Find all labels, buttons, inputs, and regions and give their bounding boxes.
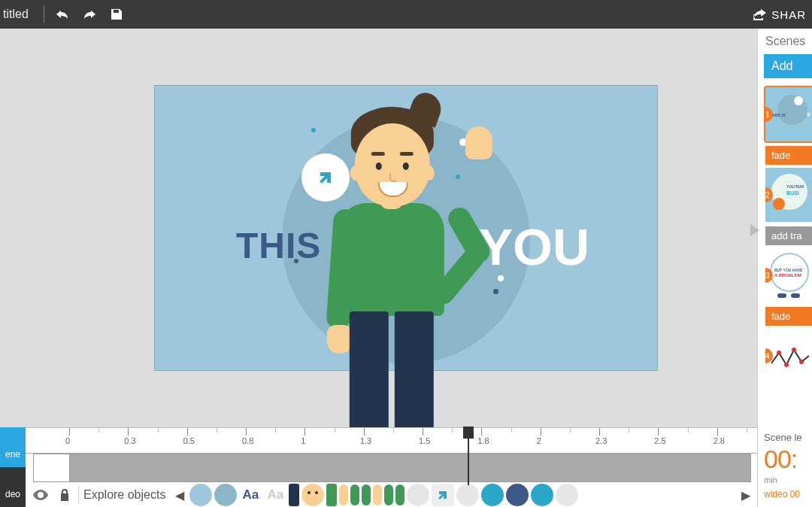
ruler-tick: 0 bbox=[69, 428, 70, 436]
text-object-swatch[interactable]: Aa bbox=[239, 484, 262, 506]
dot-decor bbox=[498, 275, 504, 281]
playhead[interactable] bbox=[463, 427, 474, 439]
undo-icon bbox=[56, 9, 69, 20]
divider bbox=[44, 5, 44, 23]
shape-object-swatch[interactable] bbox=[506, 484, 529, 506]
scene-length-time: 00: bbox=[764, 445, 812, 474]
document-title: titled bbox=[0, 8, 39, 21]
video-tab[interactable]: deo bbox=[0, 467, 26, 507]
character-legs bbox=[348, 311, 435, 427]
top-left-group: titled bbox=[0, 0, 130, 29]
top-bar: titled SHAR bbox=[0, 0, 812, 29]
shape-object-swatch[interactable] bbox=[456, 484, 479, 506]
arrow-object-swatch[interactable] bbox=[432, 484, 454, 506]
scene-thumb-04[interactable]: 04 bbox=[765, 329, 812, 383]
shape-object-swatch[interactable] bbox=[339, 484, 348, 505]
character-head bbox=[355, 123, 430, 206]
panel-collapse-handle[interactable] bbox=[750, 224, 759, 236]
chart-icon bbox=[770, 347, 812, 369]
wideo-name: wideo 00 bbox=[764, 489, 812, 499]
share-label: SHAR bbox=[771, 8, 806, 21]
ruler-tick: 0.5 bbox=[187, 428, 188, 436]
ruler-tick: 1.8 bbox=[481, 428, 482, 436]
text-you[interactable]: YOU bbox=[479, 217, 589, 276]
shape-object-swatch[interactable] bbox=[326, 484, 337, 506]
ruler-tick: 1.3 bbox=[364, 428, 365, 436]
lock-icon bbox=[59, 489, 70, 501]
dot-decor bbox=[493, 289, 498, 294]
share-icon bbox=[752, 8, 767, 21]
scene-tab[interactable]: ene bbox=[0, 427, 26, 467]
shape-object-swatch[interactable] bbox=[531, 484, 553, 506]
scene-number-badge: 01 bbox=[765, 107, 773, 122]
redo-icon bbox=[83, 9, 96, 20]
svg-point-2 bbox=[792, 348, 796, 352]
ruler-tick: 0.8 bbox=[246, 428, 247, 436]
ruler-tick: 1 bbox=[304, 428, 305, 436]
text-object-swatch[interactable]: Aa bbox=[264, 484, 286, 506]
shape-object-swatch[interactable] bbox=[481, 484, 504, 506]
shape-object-swatch[interactable] bbox=[384, 484, 393, 505]
transition-button-01[interactable]: fade bbox=[765, 146, 812, 165]
object-strip: Explore objects ◀ AaAa ▶ bbox=[26, 482, 757, 507]
shape-object-swatch[interactable] bbox=[373, 484, 382, 505]
timeline-side-tabs: ene deo bbox=[0, 427, 26, 507]
explore-objects-label: Explore objects bbox=[83, 488, 165, 502]
shape-object-swatch[interactable] bbox=[407, 484, 429, 506]
lock-toggle[interactable] bbox=[54, 484, 75, 505]
save-icon bbox=[110, 8, 123, 21]
ruler-tick: 2.5 bbox=[658, 428, 659, 436]
character-object-swatch[interactable] bbox=[301, 484, 324, 506]
shape-object-swatch[interactable] bbox=[214, 484, 237, 506]
shape-object-swatch[interactable] bbox=[350, 484, 359, 505]
transition-button-03[interactable]: fade bbox=[765, 307, 812, 326]
scene-length-min-label: min bbox=[764, 475, 812, 484]
timeline-track[interactable] bbox=[33, 454, 751, 482]
object-prev-button[interactable]: ◀ bbox=[173, 484, 186, 506]
object-next-button[interactable]: ▶ bbox=[739, 484, 753, 506]
shape-object-swatch[interactable] bbox=[362, 484, 371, 505]
ruler-tick: 2.3 bbox=[599, 428, 600, 436]
stage-area[interactable]: THIS IS YOU bbox=[0, 29, 757, 427]
shape-object-swatch[interactable] bbox=[189, 484, 212, 506]
track-clip[interactable] bbox=[34, 454, 70, 481]
timeline-ruler[interactable]: 00.30.50.811.31.51.822.32.52.83 bbox=[26, 428, 757, 454]
eye-icon bbox=[33, 490, 48, 500]
ruler-tick: 2 bbox=[541, 428, 541, 436]
character-hand bbox=[465, 126, 492, 159]
ruler-tick: 0.3 bbox=[128, 428, 129, 436]
visibility-toggle[interactable] bbox=[30, 484, 51, 505]
scene-length-panel: Scene le 00: min wideo 00 bbox=[757, 427, 812, 507]
svg-point-0 bbox=[777, 351, 781, 355]
share-button[interactable]: SHAR bbox=[746, 8, 812, 21]
undo-button[interactable] bbox=[49, 0, 76, 29]
svg-point-3 bbox=[799, 360, 804, 364]
timeline-panel: 00.30.50.811.31.51.822.32.52.83 Explore … bbox=[26, 427, 757, 507]
shape-object-swatch[interactable] bbox=[395, 484, 404, 505]
scene-thumb-01[interactable]: 01 THIS IS Y bbox=[765, 87, 812, 141]
shape-object-swatch[interactable] bbox=[556, 484, 578, 506]
character-object[interactable] bbox=[314, 114, 479, 427]
scenes-panel-title: Scenes bbox=[758, 29, 812, 53]
shape-object-swatch[interactable] bbox=[289, 484, 299, 506]
svg-point-1 bbox=[784, 363, 789, 367]
scene-thumb-02[interactable]: 02 YOU RUN BUSI bbox=[765, 168, 812, 222]
ruler-tick: 2.8 bbox=[717, 428, 718, 436]
scene-thumb-03[interactable]: 03 BUT YOU HAVE A PROBLEM bbox=[765, 248, 812, 302]
transition-button-02[interactable]: add tra bbox=[765, 226, 812, 245]
save-button[interactable] bbox=[103, 0, 130, 29]
redo-button[interactable] bbox=[76, 0, 103, 29]
scene-length-title: Scene le bbox=[764, 432, 812, 443]
ruler-tick: 1.5 bbox=[423, 428, 423, 436]
add-scene-button[interactable]: Add bbox=[764, 54, 812, 78]
